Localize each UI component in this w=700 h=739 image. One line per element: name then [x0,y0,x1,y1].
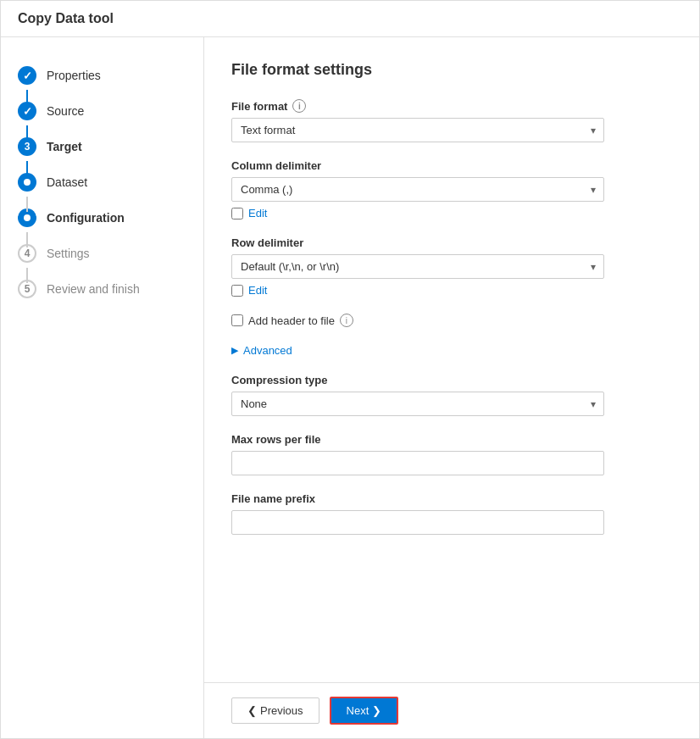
file-format-info-icon[interactable]: i [292,99,306,113]
max-rows-label: Max rows per file [231,433,672,446]
row-delimiter-group: Row delimiter Default (\r,\n, or \r\n) ▾… [231,236,672,297]
app-body: ✓ Properties ✓ Source 3 Target [1,37,699,738]
row-delimiter-edit-label[interactable]: Edit [248,284,267,297]
row-delimiter-label: Row delimiter [231,236,672,249]
file-name-prefix-label: File name prefix [231,492,672,505]
sidebar-label-target: Target [47,140,82,153]
next-button[interactable]: Next ❯ [330,697,399,725]
content-area: File format settings File format i Text … [204,37,699,682]
previous-label: Previous [260,704,303,717]
add-header-checkbox[interactable] [231,314,243,326]
app-title: Copy Data tool [18,11,682,26]
max-rows-group: Max rows per file [231,433,672,475]
sidebar-label-source: Source [47,104,84,118]
sidebar-label-properties: Properties [47,69,101,82]
sidebar-label-settings: Settings [47,247,90,260]
app-header: Copy Data tool [1,1,699,37]
sidebar-item-dataset[interactable]: Dataset [1,164,203,200]
sidebar-label-dataset: Dataset [47,175,87,189]
sidebar-item-target[interactable]: 3 Target [1,129,203,164]
max-rows-input[interactable] [231,451,604,475]
compression-type-group: Compression type None ▾ [231,374,672,416]
sidebar-label-configuration: Configuration [47,211,125,225]
column-delimiter-select[interactable]: Comma (,) [231,177,604,202]
sidebar-label-review: Review and finish [47,282,140,296]
main-content: File format settings File format i Text … [204,37,699,738]
column-delimiter-group: Column delimiter Comma (,) ▾ Edit [231,159,672,219]
advanced-label: Advanced [243,344,292,357]
column-delimiter-edit-checkbox[interactable] [231,208,243,219]
file-format-label: File format i [231,99,672,113]
row-delimiter-select-wrapper: Default (\r,\n, or \r\n) ▾ [231,254,604,279]
sidebar-item-settings[interactable]: 4 Settings [1,236,203,271]
column-delimiter-label: Column delimiter [231,159,672,172]
file-format-group: File format i Text format ▾ [231,99,672,142]
add-header-group: Add header to file i [231,314,672,327]
sidebar-item-configuration[interactable]: Configuration [1,200,203,236]
advanced-arrow-icon: ▶ [231,345,238,356]
sidebar-item-properties[interactable]: ✓ Properties [1,58,203,93]
file-name-prefix-input[interactable] [231,510,604,535]
compression-type-label: Compression type [231,374,672,386]
sidebar-item-review[interactable]: 5 Review and finish [1,271,203,307]
compression-type-select[interactable]: None [231,392,604,416]
previous-button[interactable]: ❮ Previous [231,697,319,724]
column-delimiter-edit-row: Edit [231,207,672,219]
file-format-select-wrapper: Text format ▾ [231,118,604,142]
step-circle-properties: ✓ [18,66,36,85]
footer: ❮ Previous Next ❯ [204,682,699,738]
sidebar: ✓ Properties ✓ Source 3 Target [1,37,204,738]
add-header-label: Add header to file [248,314,335,327]
file-format-select[interactable]: Text format [231,118,604,142]
row-delimiter-edit-checkbox[interactable] [231,285,243,297]
row-delimiter-select[interactable]: Default (\r,\n, or \r\n) [231,254,604,279]
section-title: File format settings [231,61,672,79]
row-delimiter-edit-row: Edit [231,284,672,297]
add-header-row: Add header to file i [231,314,672,327]
column-delimiter-edit-label[interactable]: Edit [248,207,267,219]
next-icon: ❯ [372,704,381,717]
previous-icon: ❮ [247,704,257,717]
advanced-row[interactable]: ▶ Advanced [231,344,672,357]
next-label: Next [347,704,369,717]
add-header-info-icon[interactable]: i [340,314,353,327]
file-name-prefix-group: File name prefix [231,492,672,535]
compression-type-select-wrapper: None ▾ [231,392,604,416]
sidebar-item-source[interactable]: ✓ Source [1,93,203,129]
column-delimiter-select-wrapper: Comma (,) ▾ [231,177,604,202]
